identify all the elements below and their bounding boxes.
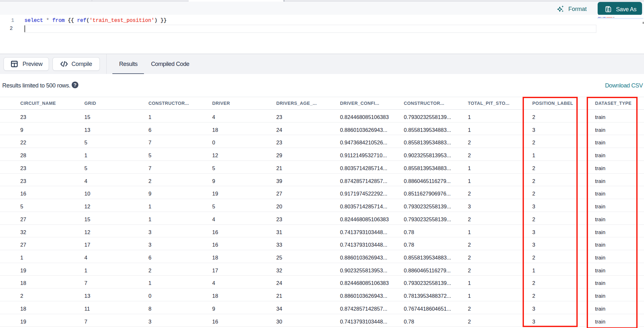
svg-text:?: ? (73, 82, 76, 87)
